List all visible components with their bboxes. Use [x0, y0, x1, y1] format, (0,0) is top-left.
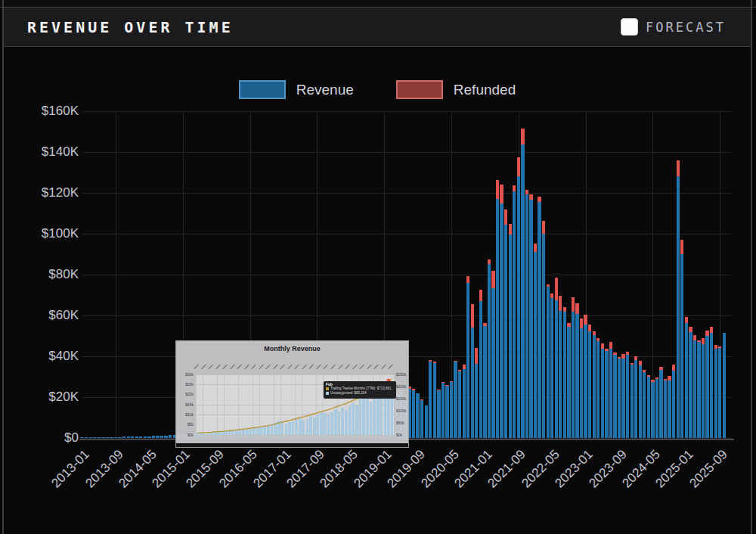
bar-segment[interactable] [601, 349, 604, 438]
bar-segment[interactable] [542, 234, 545, 438]
bar-segment[interactable] [723, 333, 726, 438]
bar-segment[interactable] [584, 315, 587, 324]
bar-segment[interactable] [479, 301, 482, 438]
bar-segment[interactable] [538, 202, 541, 438]
bar-segment[interactable] [416, 393, 419, 394]
bar-segment[interactable] [479, 290, 482, 301]
bar-segment[interactable] [122, 436, 125, 438]
bar-segment[interactable] [416, 393, 419, 438]
bar-segment[interactable] [491, 288, 494, 438]
bar-segment[interactable] [693, 335, 696, 340]
bar-segment[interactable] [437, 390, 440, 438]
bar-segment[interactable] [513, 185, 516, 191]
bar-segment[interactable] [504, 225, 507, 438]
bar-segment[interactable] [529, 200, 532, 438]
bar-segment[interactable] [445, 385, 448, 386]
bar-segment[interactable] [525, 190, 528, 194]
bar-segment[interactable] [693, 340, 696, 438]
bar-segment[interactable] [85, 437, 88, 438]
bar-segment[interactable] [160, 436, 163, 438]
bar-segment[interactable] [496, 199, 499, 438]
bar-segment[interactable] [538, 197, 541, 203]
bar-segment[interactable] [596, 341, 600, 438]
bar-segment[interactable] [689, 332, 692, 438]
bar-segment[interactable] [634, 360, 637, 438]
bar-segment[interactable] [521, 129, 524, 144]
bar-segment[interactable] [458, 371, 461, 438]
bar-segment[interactable] [609, 349, 612, 438]
bar-segment[interactable] [555, 300, 558, 438]
bar-segment[interactable] [509, 234, 512, 438]
bar-segment[interactable] [621, 359, 624, 438]
bar-segment[interactable] [680, 240, 683, 254]
bar-segment[interactable] [547, 287, 550, 438]
bar-segment[interactable] [593, 331, 596, 336]
bar-segment[interactable] [618, 357, 621, 359]
bar-segment[interactable] [101, 437, 104, 438]
bar-segment[interactable] [483, 326, 486, 438]
bar-segment[interactable] [118, 437, 121, 438]
bar-segment[interactable] [710, 327, 713, 333]
bar-segment[interactable] [563, 312, 566, 438]
bar-segment[interactable] [705, 331, 708, 336]
bar-segment[interactable] [169, 435, 172, 438]
bar-segment[interactable] [575, 314, 578, 438]
bar-segment[interactable] [613, 355, 616, 438]
bar-segment[interactable] [547, 284, 550, 287]
bar-segment[interactable] [621, 354, 624, 359]
bar-segment[interactable] [139, 436, 142, 438]
bar-segment[interactable] [425, 405, 428, 406]
bar-segment[interactable] [672, 365, 675, 371]
bar-segment[interactable] [466, 276, 469, 283]
forecast-checkbox[interactable] [621, 18, 638, 36]
bar-segment[interactable] [450, 381, 453, 382]
bar-segment[interactable] [463, 369, 466, 438]
bar-segment[interactable] [677, 176, 680, 438]
bar-segment[interactable] [529, 194, 532, 200]
bar-segment[interactable] [471, 328, 474, 438]
bar-segment[interactable] [651, 380, 654, 381]
bar-segment[interactable] [702, 344, 705, 438]
bar-segment[interactable] [668, 380, 671, 438]
bar-segment[interactable] [705, 336, 708, 438]
bar-segment[interactable] [580, 328, 583, 438]
bar-segment[interactable] [483, 323, 486, 326]
bar-segment[interactable] [412, 390, 415, 438]
bar-segment[interactable] [659, 370, 662, 438]
bar-segment[interactable] [475, 364, 478, 438]
bar-segment[interactable] [445, 386, 448, 438]
bar-segment[interactable] [659, 367, 662, 370]
bar-segment[interactable] [689, 327, 692, 332]
bar-segment[interactable] [152, 436, 155, 438]
bar-segment[interactable] [488, 264, 491, 438]
bar-segment[interactable] [93, 437, 96, 438]
bar-segment[interactable] [655, 377, 658, 379]
bar-segment[interactable] [488, 259, 491, 264]
bar-segment[interactable] [572, 312, 575, 438]
bar-segment[interactable] [567, 323, 570, 327]
bar-segment[interactable] [639, 365, 642, 438]
bar-segment[interactable] [718, 346, 721, 348]
bar-segment[interactable] [697, 342, 700, 438]
bar-segment[interactable] [685, 323, 688, 438]
bar-segment[interactable] [496, 180, 499, 199]
bar-segment[interactable] [680, 254, 683, 438]
bar-segment[interactable] [110, 437, 113, 438]
bar-segment[interactable] [584, 324, 587, 438]
bar-segment[interactable] [631, 365, 634, 438]
bar-segment[interactable] [664, 380, 667, 438]
bar-segment[interactable] [710, 333, 713, 438]
bar-segment[interactable] [131, 436, 134, 438]
bar-segment[interactable] [525, 194, 528, 438]
bar-segment[interactable] [144, 436, 147, 438]
bar-segment[interactable] [677, 160, 680, 176]
bar-segment[interactable] [618, 359, 621, 438]
bar-segment[interactable] [718, 348, 721, 438]
bar-segment[interactable] [588, 331, 591, 438]
bar-segment[interactable] [412, 389, 415, 390]
bar-segment[interactable] [458, 370, 461, 371]
bar-segment[interactable] [643, 372, 646, 438]
bar-segment[interactable] [513, 191, 516, 438]
bar-segment[interactable] [89, 437, 92, 438]
bar-segment[interactable] [609, 342, 612, 348]
